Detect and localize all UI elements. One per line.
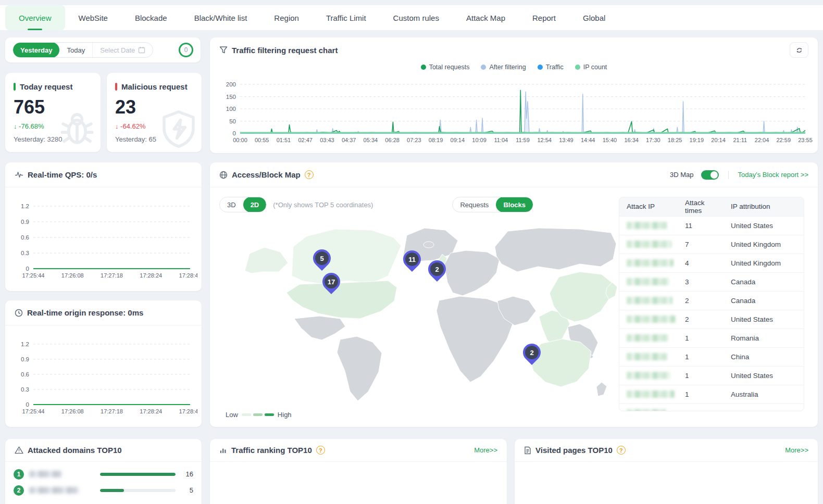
visited-help-icon[interactable]: ? xyxy=(617,446,626,455)
traffic-chart-card: Traffic filtering request chart Total re… xyxy=(210,37,818,153)
access-block-map-card: Access/Block Map ? 3D Map Today's Block … xyxy=(210,162,818,427)
attack-times-value: 4 xyxy=(681,254,727,272)
shield-bolt-icon xyxy=(157,107,201,151)
visited-pages-card: Visited pages TOP10 ? More>> xyxy=(515,439,818,504)
ip-attribution-value: Romania xyxy=(727,329,804,347)
svg-text:17:28:41: 17:28:41 xyxy=(179,272,197,279)
clock-icon xyxy=(15,309,23,317)
origin-response-card: Real-time origin response: 0ms 00.30.60.… xyxy=(5,300,202,427)
dashboard-page: OverviewWebSiteBlockadeBlack/White listR… xyxy=(0,0,823,504)
accent-bar xyxy=(14,83,16,91)
tab-black-white-list[interactable]: Black/White list xyxy=(181,5,261,30)
svg-text:0: 0 xyxy=(26,266,29,272)
requests-button[interactable]: Requests xyxy=(453,197,496,212)
warning-triangle-icon xyxy=(15,446,23,454)
attack-table-row: 2Canada xyxy=(619,291,804,310)
svg-text:1.2: 1.2 xyxy=(21,203,29,209)
legend-bar xyxy=(242,413,251,416)
top-nav: OverviewWebSiteBlockadeBlack/White listR… xyxy=(0,5,823,30)
map-pin-united-kingdom[interactable]: 11 xyxy=(400,247,425,272)
attack-table-row: 11United States xyxy=(619,216,804,235)
tab-website[interactable]: WebSite xyxy=(65,5,121,30)
redacted-ip xyxy=(627,297,672,304)
redacted-ip xyxy=(627,334,668,342)
svg-text:200: 200 xyxy=(226,81,236,87)
tab-custom-rules[interactable]: Custom rules xyxy=(380,5,453,30)
tab-overview[interactable]: Overview xyxy=(5,5,65,30)
map-pin-canada[interactable]: 5 xyxy=(309,246,334,271)
mode-3d-button[interactable]: 3D xyxy=(220,197,243,212)
svg-text:17:28:41: 17:28:41 xyxy=(179,408,197,414)
bug-icon xyxy=(55,106,99,151)
attack-times-value: 1 xyxy=(681,404,727,411)
attack-table-row: 1United States xyxy=(619,366,804,385)
globe-icon xyxy=(219,171,228,179)
svg-text:13:49: 13:49 xyxy=(559,137,573,143)
legend-after-filtering[interactable]: After filtering xyxy=(481,64,526,71)
block-report-link[interactable]: Today's Block report >> xyxy=(738,171,808,179)
svg-text:17:30: 17:30 xyxy=(646,137,660,143)
tab-blockade[interactable]: Blockade xyxy=(121,5,181,30)
svg-text:0.9: 0.9 xyxy=(21,219,29,225)
legend-ip-count[interactable]: IP count xyxy=(575,64,607,71)
col-attack-ip: Attack IP xyxy=(619,197,681,216)
svg-text:17:27:18: 17:27:18 xyxy=(101,272,123,279)
funnel-icon xyxy=(219,46,228,54)
tab-report[interactable]: Report xyxy=(519,5,569,30)
svg-text:05:34: 05:34 xyxy=(364,137,378,143)
legend-total-requests[interactable]: Total requests xyxy=(421,64,470,71)
attack-times-value: 1 xyxy=(681,385,727,404)
ranking-help-icon[interactable]: ? xyxy=(316,446,325,455)
legend-dot xyxy=(421,65,426,70)
svg-text:100: 100 xyxy=(226,106,236,112)
tab-traffic-limit[interactable]: Traffic Limit xyxy=(313,5,380,30)
svg-text:1.2: 1.2 xyxy=(21,341,29,347)
refresh-button[interactable] xyxy=(790,42,808,58)
attacked-domains-card: Attacked domains TOP10 11625 xyxy=(5,439,202,504)
map-density-legend: Low High xyxy=(226,411,292,419)
attack-table-row: 2United States xyxy=(619,310,804,329)
col-ip-attribution: IP attribution xyxy=(727,197,804,216)
tab-attack-map[interactable]: Attack Map xyxy=(453,5,519,30)
qps-line-chart: 00.30.60.91.217:25:4417:26:0817:27:1817:… xyxy=(9,193,197,288)
redacted-ip xyxy=(627,316,676,323)
svg-text:12:54: 12:54 xyxy=(537,137,552,143)
card-title: Real-time QPS: 0/s xyxy=(28,170,97,179)
legend-bar xyxy=(253,413,263,416)
select-date-button[interactable]: Select Date xyxy=(92,42,153,58)
mode-2d-button[interactable]: 2D xyxy=(243,197,267,212)
visited-more-link[interactable]: More>> xyxy=(785,446,808,454)
legend-traffic[interactable]: Traffic xyxy=(538,64,564,71)
map-pin-australia[interactable]: 2 xyxy=(519,340,544,365)
map-pin-eastern-europe[interactable]: 2 xyxy=(425,257,450,282)
svg-text:0.6: 0.6 xyxy=(21,371,29,377)
tab-region[interactable]: Region xyxy=(260,5,313,30)
blocks-button[interactable]: Blocks xyxy=(496,197,533,212)
attack-times-value: 2 xyxy=(681,291,727,310)
card-title: Real-time origin response: 0ms xyxy=(27,308,143,317)
legend-dot xyxy=(538,65,543,70)
bar-chart-icon xyxy=(219,446,227,454)
svg-text:17:27:18: 17:27:18 xyxy=(101,408,123,414)
redacted-ip xyxy=(627,241,671,248)
map-help-icon[interactable]: ? xyxy=(305,170,314,179)
svg-text:150: 150 xyxy=(226,94,236,100)
qps-card: Real-time QPS: 0/s 00.30.60.91.217:25:44… xyxy=(5,162,202,291)
today-button[interactable]: Today xyxy=(59,42,92,58)
svg-text:15:40: 15:40 xyxy=(603,137,617,143)
3d-map-toggle[interactable] xyxy=(701,170,719,180)
redacted-ip xyxy=(627,390,675,398)
tab-global[interactable]: Global xyxy=(569,5,619,30)
attacked-domain-row: 116 xyxy=(5,466,202,482)
attack-times-value: 1 xyxy=(681,329,727,347)
ip-attribution-value: United States xyxy=(727,366,804,385)
svg-text:16:34: 16:34 xyxy=(624,137,639,143)
svg-text:09:14: 09:14 xyxy=(451,137,465,143)
map-pin-united-states[interactable]: 17 xyxy=(319,269,344,294)
ranking-more-link[interactable]: More>> xyxy=(474,446,497,454)
map-mode-segment: 3D 2D xyxy=(219,197,267,212)
attack-times-value: 7 xyxy=(681,235,727,254)
yesterday-button[interactable]: Yesterday xyxy=(13,42,59,58)
domain-bar xyxy=(100,473,176,476)
stat-title: Today request xyxy=(20,82,72,91)
